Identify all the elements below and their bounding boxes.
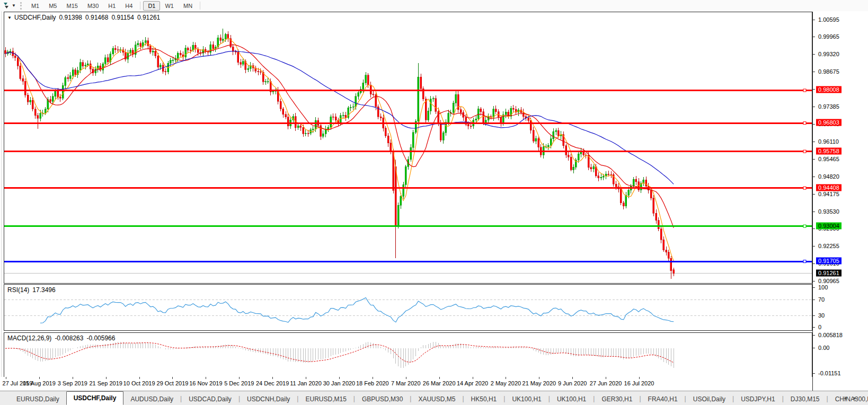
- tab-GER30-H1[interactable]: GER30,H1: [595, 393, 639, 405]
- rsi-axis-label: 30: [818, 312, 825, 319]
- price-tick-label: 0.97385: [818, 103, 839, 110]
- date-label: 21 Sep 2019: [89, 380, 122, 386]
- date-label: 10 Oct 2019: [123, 380, 155, 386]
- rsi-line: [40, 298, 674, 323]
- tab-XAUUSD-M5[interactable]: XAUUSD,M5: [411, 393, 462, 405]
- price-axis-tick: [813, 142, 815, 142]
- timeframe-button-D1[interactable]: D1: [143, 1, 160, 11]
- price-axis-tick: [813, 212, 815, 212]
- rsi-pane[interactable]: RSI(14)17.3496: [4, 284, 812, 331]
- rsi-title: RSI(14)17.3496: [7, 286, 59, 294]
- date-axis-tick: [639, 377, 640, 379]
- tab-FRA40-H1[interactable]: FRA40,H1: [641, 393, 685, 405]
- rsi-axis-tick: [813, 287, 815, 288]
- tab-UK100-H1[interactable]: UK100,H1: [550, 393, 593, 405]
- date-axis-tick: [106, 377, 107, 379]
- tab-EURUSD-Daily[interactable]: EURUSD,Daily: [10, 393, 66, 405]
- price-tick-label: 0.92255: [818, 243, 839, 249]
- price-axis-tick: [813, 281, 815, 281]
- timeframe-button-W1[interactable]: W1: [160, 1, 179, 11]
- rsi-axis-label: 100: [818, 284, 828, 290]
- toolbar-separator: [140, 2, 140, 10]
- date-axis-tick: [373, 377, 373, 379]
- price-axis-tick: [813, 54, 815, 55]
- timeframe-button-MN[interactable]: MN: [179, 1, 197, 11]
- overlay-MA-medium: [5, 45, 674, 228]
- chart-type-dropdown-caret[interactable]: ▼: [12, 3, 16, 8]
- hline-handle-0.94408[interactable]: [803, 187, 806, 189]
- symbol-dropdown-icon[interactable]: ▼: [7, 15, 12, 20]
- date-axis[interactable]: 27 Jul 201915 Aug 20193 Sep 201921 Sep 2…: [0, 377, 812, 391]
- price-tick-label: 0.95465: [818, 156, 839, 162]
- price-axis-tick: [813, 228, 815, 229]
- tab-USDJPY-H1[interactable]: USDJPY,H1: [734, 393, 782, 405]
- price-axis[interactable]: 1.005950.999650.993200.986750.980300.973…: [812, 12, 868, 391]
- macd-title-name: MACD(12,26,9): [7, 334, 51, 342]
- date-label: 9 Jun 2020: [558, 380, 587, 386]
- toolbar-gripper[interactable]: [20, 2, 22, 10]
- hline-handle-0.93004[interactable]: [803, 225, 806, 227]
- hline-handle-0.95758[interactable]: [803, 150, 806, 153]
- price-axis-tick: [813, 263, 815, 264]
- tab-AUDUSD-Daily[interactable]: AUDUSD,Daily: [123, 393, 180, 405]
- macd-axis-label: 0.005818: [818, 332, 843, 338]
- toolbar: ▼ M1M5M15M30H1H4D1W1MN: [0, 0, 868, 12]
- tab-HK50-H1[interactable]: HK50,H1: [464, 393, 504, 405]
- date-label: 26 Mar 2020: [423, 380, 456, 386]
- hline-handle-0.91705[interactable]: [803, 260, 806, 263]
- price-pane-canvas[interactable]: [4, 12, 812, 283]
- date-label: 5 Dec 2019: [224, 380, 254, 386]
- macd-title: MACD(12,26,9)-0.008263-0.005966: [7, 334, 118, 342]
- date-label: 21 May 2020: [522, 380, 556, 386]
- chart-window: ▼USDCHF,Daily0.913980.914680.911540.9126…: [0, 11, 868, 391]
- tab-UK100-H1[interactable]: UK100,H1: [505, 393, 548, 405]
- ohlc-open: 0.91398: [59, 14, 82, 21]
- price-axis-tick: [813, 194, 815, 195]
- hline-handle-0.98008[interactable]: [803, 89, 806, 92]
- date-label: 16 Nov 2019: [189, 380, 222, 386]
- macd-pane[interactable]: MACD(12,26,9)-0.008263-0.005966: [4, 332, 812, 377]
- price-tick-label: 0.99965: [818, 33, 839, 40]
- date-label: 24 Dec 2019: [256, 380, 289, 386]
- macd-title-value-main: -0.008263: [55, 334, 83, 342]
- timeframe-button-M1[interactable]: M1: [26, 1, 44, 11]
- rsi-title-name: RSI(14): [7, 286, 29, 294]
- price-axis-tick: [813, 72, 815, 72]
- timeframe-button-M15[interactable]: M15: [61, 1, 82, 11]
- tab-DJ30-M15[interactable]: DJ30,M15: [784, 393, 827, 405]
- chart-title-symbol: USDCHF,Daily: [14, 14, 56, 21]
- price-pane[interactable]: ▼USDCHF,Daily0.913980.914680.911540.9126…: [4, 12, 812, 284]
- rsi-axis-tick: [813, 300, 815, 300]
- date-axis-tick: [73, 377, 73, 379]
- tab-GBPUSD-M30[interactable]: GBPUSD,M30: [355, 393, 410, 405]
- price-tick-label: 0.93530: [818, 208, 839, 215]
- tab-EURUSD-M15[interactable]: EURUSD,M15: [298, 393, 353, 405]
- tab-USDCHF-Daily[interactable]: USDCHF,Daily: [66, 391, 124, 405]
- tab-USOil-Daily[interactable]: USOil,Daily: [686, 393, 732, 405]
- timeframe-button-M30[interactable]: M30: [83, 1, 103, 11]
- timeframe-button-H1[interactable]: H1: [103, 1, 120, 11]
- date-axis-tick: [172, 377, 173, 379]
- date-label: 18 Feb 2020: [356, 380, 389, 386]
- price-tick-label: 0.94175: [818, 191, 839, 197]
- rsi-pane-canvas[interactable]: [4, 285, 812, 330]
- macd-pane-canvas[interactable]: [4, 333, 812, 377]
- tab-scroll-left-icon[interactable]: ◄: [843, 395, 853, 401]
- timeframe-button-H4[interactable]: H4: [120, 1, 137, 11]
- current-price-label: 0.91261: [816, 269, 842, 276]
- tab-USDCAD-Daily[interactable]: USDCAD,Daily: [182, 393, 238, 405]
- level-price-label-0.93004: 0.93004: [816, 222, 842, 229]
- timeframe-button-M5[interactable]: M5: [44, 1, 61, 11]
- tab-USDCNH-Daily[interactable]: USDCNH,Daily: [240, 393, 297, 405]
- date-axis-tick: [572, 377, 573, 379]
- window-left-edge: [1, 11, 2, 391]
- macd-title-value-signal: -0.005966: [86, 334, 115, 342]
- date-label: 11 Jan 2020: [290, 380, 322, 386]
- price-axis-tick: [813, 107, 815, 107]
- price-axis-tick: [813, 246, 815, 246]
- hline-handle-0.96803[interactable]: [803, 122, 806, 125]
- date-axis-tick: [272, 377, 273, 379]
- tab-scroll-right-icon[interactable]: ►: [853, 395, 863, 401]
- chart-type-icon[interactable]: [2, 2, 11, 10]
- toolbar-separator: [200, 2, 200, 10]
